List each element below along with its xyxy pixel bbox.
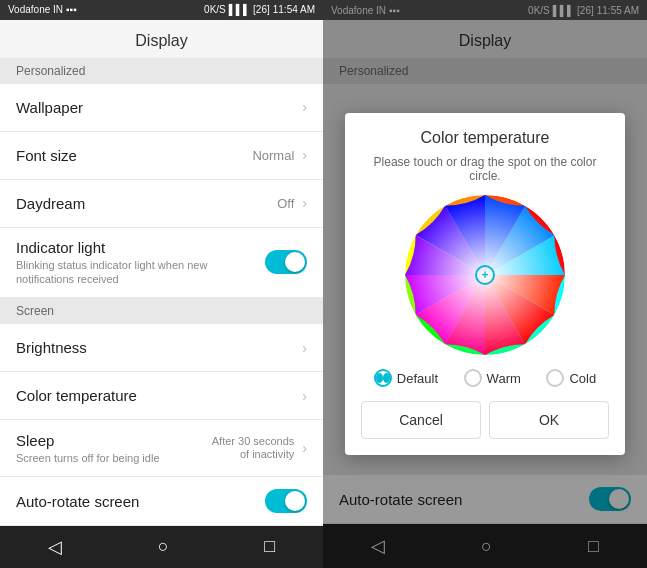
auto-rotate-toggle[interactable] xyxy=(265,489,307,513)
sleep-title: Sleep xyxy=(16,432,204,449)
radio-cold-circle[interactable] xyxy=(546,369,564,387)
section-personalized-left: Personalized xyxy=(0,58,323,84)
wifi-icon: ▪▪▪ xyxy=(66,4,77,15)
left-panel: Vodafone IN ▪▪▪ 0K/S ▌▌▌ [26] 11:54 AM D… xyxy=(0,0,323,568)
color-temp-chevron: › xyxy=(302,388,307,404)
indicator-light-toggle[interactable] xyxy=(265,250,307,274)
daydream-right: Off › xyxy=(277,195,307,211)
recent-button-left[interactable]: □ xyxy=(264,536,275,557)
indicator-light-subtitle: Blinking status indicator light when new… xyxy=(16,258,236,287)
daydream-title: Daydream xyxy=(16,195,277,212)
ok-button[interactable]: OK xyxy=(489,401,609,439)
color-wheel[interactable]: + xyxy=(405,195,565,355)
color-temp-left: Color temperature xyxy=(16,387,302,404)
radio-cold[interactable]: Cold xyxy=(546,369,596,387)
dialog-title: Color temperature xyxy=(361,129,609,147)
indicator-light-item[interactable]: Indicator light Blinking status indicato… xyxy=(0,228,323,299)
auto-rotate-title: Auto-rotate screen xyxy=(16,493,265,510)
daydream-value: Off xyxy=(277,196,294,211)
color-temperature-dialog: Color temperature Please touch or drag t… xyxy=(345,113,625,455)
battery-icon-left: [26] xyxy=(253,4,270,15)
color-temp-right: › xyxy=(302,388,307,404)
wallpaper-item-left: Wallpaper xyxy=(16,99,302,116)
dialog-subtitle: Please touch or drag the spot on the col… xyxy=(361,155,609,183)
sleep-left: Sleep Screen turns off for being idle xyxy=(16,432,204,465)
radio-cold-label: Cold xyxy=(569,371,596,386)
home-button-left[interactable]: ○ xyxy=(158,536,169,557)
time-left: 11:54 AM xyxy=(273,4,315,15)
status-bar-left: Vodafone IN ▪▪▪ 0K/S ▌▌▌ [26] 11:54 AM xyxy=(0,0,323,20)
radio-default-circle[interactable] xyxy=(374,369,392,387)
brightness-left: Brightness xyxy=(16,339,302,356)
daydream-item[interactable]: Daydream Off › xyxy=(0,180,323,228)
radio-default[interactable]: Default xyxy=(374,369,438,387)
brightness-item[interactable]: Brightness › xyxy=(0,324,323,372)
auto-rotate-left: Auto-rotate screen xyxy=(16,493,265,510)
carrier-left: Vodafone IN xyxy=(8,4,63,15)
font-size-item[interactable]: Font size Normal › xyxy=(0,132,323,180)
radio-row: Default Warm Cold xyxy=(361,369,609,387)
indicator-light-left: Indicator light Blinking status indicato… xyxy=(16,239,265,287)
color-wheel-container[interactable]: + xyxy=(361,195,609,355)
signal-icon-left: ▌▌▌ xyxy=(229,4,250,15)
font-size-item-left: Font size xyxy=(16,147,252,164)
sleep-subtitle: Screen turns off for being idle xyxy=(16,451,204,465)
nav-bar-left: ◁ ○ □ xyxy=(0,526,323,568)
radio-warm-circle[interactable] xyxy=(464,369,482,387)
daydream-item-left: Daydream xyxy=(16,195,277,212)
dialog-overlay: Color temperature Please touch or drag t… xyxy=(323,0,647,568)
sleep-right: After 30 seconds of inactivity › xyxy=(204,435,307,461)
radio-warm[interactable]: Warm xyxy=(464,369,521,387)
dialog-buttons: Cancel OK xyxy=(361,401,609,439)
wallpaper-title: Wallpaper xyxy=(16,99,302,116)
status-left: Vodafone IN ▪▪▪ xyxy=(8,4,77,15)
radio-warm-label: Warm xyxy=(487,371,521,386)
right-panel: Vodafone IN ▪▪▪ 0K/S ▌▌▌ [26] 11:55 AM D… xyxy=(323,0,647,568)
indicator-light-title: Indicator light xyxy=(16,239,265,256)
font-size-value: Normal xyxy=(252,148,294,163)
font-size-title: Font size xyxy=(16,147,252,164)
data-speed-left: 0K/S xyxy=(204,4,226,15)
auto-rotate-item[interactable]: Auto-rotate screen xyxy=(0,477,323,525)
font-size-right: Normal › xyxy=(252,147,307,163)
daydream-chevron: › xyxy=(302,195,307,211)
status-right: 0K/S ▌▌▌ [26] 11:54 AM xyxy=(204,4,315,15)
brightness-chevron: › xyxy=(302,340,307,356)
brightness-title: Brightness xyxy=(16,339,302,356)
color-wheel-cursor[interactable]: + xyxy=(475,265,495,285)
page-title-left: Display xyxy=(0,20,323,58)
font-size-chevron: › xyxy=(302,147,307,163)
sleep-value: After 30 seconds of inactivity xyxy=(204,435,294,461)
wallpaper-chevron: › xyxy=(302,99,307,115)
sleep-item[interactable]: Sleep Screen turns off for being idle Af… xyxy=(0,420,323,477)
color-temp-item[interactable]: Color temperature › xyxy=(0,372,323,420)
color-temp-title: Color temperature xyxy=(16,387,302,404)
sleep-chevron: › xyxy=(302,440,307,456)
brightness-right: › xyxy=(302,340,307,356)
section-screen-left: Screen xyxy=(0,298,323,324)
wallpaper-right: › xyxy=(302,99,307,115)
wallpaper-item[interactable]: Wallpaper › xyxy=(0,84,323,132)
back-button-left[interactable]: ◁ xyxy=(48,536,62,558)
cancel-button[interactable]: Cancel xyxy=(361,401,481,439)
radio-default-label: Default xyxy=(397,371,438,386)
